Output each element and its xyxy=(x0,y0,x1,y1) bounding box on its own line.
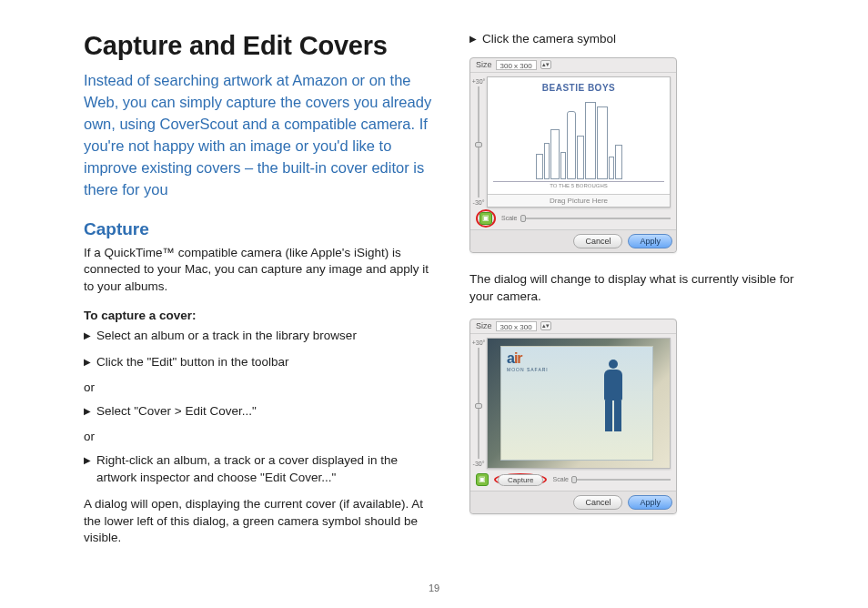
capture-heading: Capture xyxy=(84,219,437,239)
dialog-explain: A dialog will open, displaying the curre… xyxy=(84,496,437,548)
cancel-button[interactable]: Cancel xyxy=(573,234,622,248)
step-2-text: Click the "Edit" button in the toolbar xyxy=(96,354,437,371)
cover-dialog-figure-2: Size 300 x 300 ▴▾ +30° -30° air MOON SAF… xyxy=(469,319,677,514)
scale-label: Scale xyxy=(501,215,518,221)
album2-logo: air xyxy=(507,350,522,367)
rotation-thumb[interactable] xyxy=(475,403,482,409)
click-camera-step: ▶ Click the camera symbol xyxy=(469,31,813,48)
apply-button[interactable]: Apply xyxy=(628,234,672,248)
dialog-buttons: Cancel Apply xyxy=(470,229,676,252)
camera-icon[interactable]: ▣ xyxy=(479,212,492,225)
camera-icon[interactable]: ▣ xyxy=(476,473,489,486)
dialog-bottom: ▣ Capture Scale xyxy=(470,471,676,491)
rot-minus-label: -30° xyxy=(473,461,485,467)
apply-button[interactable]: Apply xyxy=(628,495,672,510)
album-subtitle: TO THE 5 BOROUGHS xyxy=(493,183,664,188)
bottom-controls: ▣ Scale xyxy=(476,211,671,226)
right-column: ▶ Click the camera symbol Size 300 x 300… xyxy=(469,31,813,560)
rot-plus-label: +30° xyxy=(472,339,486,346)
step-2: ▶ Click the "Edit" button in the toolbar xyxy=(84,354,437,371)
dialog-bottom: ▣ Scale xyxy=(470,209,676,229)
rot-minus-label: -30° xyxy=(473,199,485,206)
page-columns: Capture and Edit Covers Instead of searc… xyxy=(84,31,813,560)
album2-subtitle: MOON SAFARI xyxy=(507,367,549,372)
scale-thumb[interactable] xyxy=(571,476,577,483)
size-field[interactable]: 300 x 300 xyxy=(496,60,537,70)
step-1: ▶ Select an album or a track in the libr… xyxy=(84,328,437,345)
step-3: ▶ Select "Cover > Edit Cover..." xyxy=(84,403,437,421)
page-number: 19 xyxy=(0,583,868,593)
scale-track[interactable] xyxy=(571,479,671,481)
capture-button[interactable]: Capture xyxy=(498,474,543,486)
stepper-icon[interactable]: ▴▾ xyxy=(540,321,551,330)
page-title: Capture and Edit Covers xyxy=(84,31,437,61)
step-4-text: Right-click an album, a track or a cover… xyxy=(96,452,437,487)
triangle-bullet-icon: ▶ xyxy=(84,354,96,371)
scale-slider[interactable]: Scale xyxy=(501,215,671,221)
size-field[interactable]: 300 x 300 xyxy=(496,321,537,331)
rotation-slider[interactable]: +30° -30° xyxy=(474,338,483,469)
rotation-thumb[interactable] xyxy=(475,142,482,147)
rot-plus-label: +30° xyxy=(472,78,486,85)
cancel-button[interactable]: Cancel xyxy=(573,495,622,510)
dialog-buttons: Cancel Apply xyxy=(470,491,676,513)
preview-area: air MOON SAFARI xyxy=(487,338,671,469)
size-label: Size xyxy=(476,60,492,69)
rotation-track[interactable] xyxy=(478,348,479,459)
to-capture-label: To capture a cover: xyxy=(84,309,437,322)
click-camera-text: Click the camera symbol xyxy=(482,31,813,48)
intro-paragraph: Instead of searching artwork at Amazon o… xyxy=(84,70,437,201)
dialog-top-bar: Size 300 x 300 ▴▾ xyxy=(470,319,676,334)
or-1: or xyxy=(84,380,437,394)
dialog-main: +30° -30° air MOON SAFARI xyxy=(470,334,676,471)
step-3-text: Select "Cover > Edit Cover..." xyxy=(96,403,437,421)
preview-area: BEASTIE BOYS xyxy=(487,76,671,208)
bottom-controls: ▣ Capture Scale xyxy=(476,472,671,487)
step-4: ▶ Right-click an album, a track or a cov… xyxy=(84,452,437,487)
scale-thumb[interactable] xyxy=(520,215,526,222)
triangle-bullet-icon: ▶ xyxy=(469,31,482,48)
capture-intro: If a QuickTime™ compatible camera (like … xyxy=(84,245,437,297)
rotation-slider[interactable]: +30° -30° xyxy=(474,76,483,208)
or-2: or xyxy=(84,430,437,443)
size-label: Size xyxy=(476,321,492,330)
triangle-bullet-icon: ▶ xyxy=(84,403,96,421)
album-title: BEASTIE BOYS xyxy=(493,83,664,93)
camera-album-card: air MOON SAFARI xyxy=(500,346,653,461)
camera-button-highlight: ▣ xyxy=(476,209,496,228)
scale-slider[interactable]: Scale xyxy=(552,476,671,482)
scale-label: Scale xyxy=(552,476,569,482)
album2-figure xyxy=(598,360,629,434)
rotation-track[interactable] xyxy=(478,86,479,198)
capture-button-highlight: Capture xyxy=(494,473,547,486)
dialog-main: +30° -30° BEASTIE BOYS xyxy=(470,73,676,209)
scale-track[interactable] xyxy=(520,218,671,219)
left-column: Capture and Edit Covers Instead of searc… xyxy=(84,31,437,560)
album-art: BEASTIE BOYS xyxy=(488,77,670,194)
triangle-bullet-icon: ▶ xyxy=(84,452,96,487)
skyline-art xyxy=(493,95,664,182)
camera-preview-box[interactable]: air MOON SAFARI xyxy=(487,338,671,469)
camera-live-view: air MOON SAFARI xyxy=(488,339,670,468)
step-1-text: Select an album or a track in the librar… xyxy=(96,328,437,345)
triangle-bullet-icon: ▶ xyxy=(84,328,96,345)
drag-picture-here[interactable]: Drag Picture Here xyxy=(488,194,670,207)
cover-dialog-figure-1: Size 300 x 300 ▴▾ +30° -30° BEASTIE BOYS xyxy=(469,57,677,253)
stepper-icon[interactable]: ▴▾ xyxy=(540,60,551,69)
dialog-change-text: The dialog will change to display what i… xyxy=(469,271,813,306)
cover-preview[interactable]: BEASTIE BOYS xyxy=(487,76,671,208)
dialog-top-bar: Size 300 x 300 ▴▾ xyxy=(470,58,676,73)
